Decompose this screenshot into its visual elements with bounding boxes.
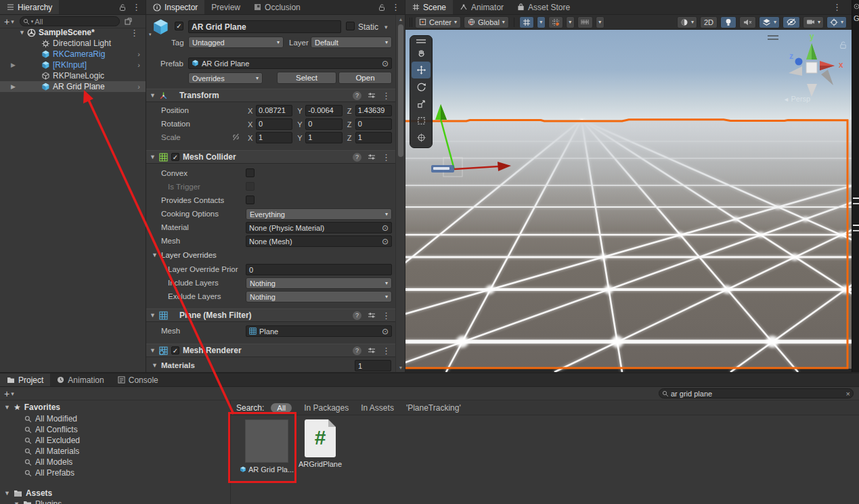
presets-icon[interactable] <box>368 153 376 161</box>
audio-toggle-button[interactable] <box>739 16 756 28</box>
static-checkbox[interactable] <box>346 22 355 30</box>
project-splitter[interactable] <box>230 400 231 504</box>
asset-item-script[interactable]: # ARGridPlane <box>299 419 341 468</box>
tag-dropdown[interactable]: Untagged▾ <box>188 37 284 48</box>
broken-link-icon[interactable] <box>232 133 240 141</box>
gizmo-lock-icon[interactable] <box>839 41 847 49</box>
component-menu-icon[interactable]: ⋮ <box>382 311 391 320</box>
search-filter-caret-icon[interactable]: ▾ <box>31 19 34 24</box>
rotation-y-field[interactable]: 0 <box>305 118 342 130</box>
foldout-arrow-icon[interactable]: ▼ <box>150 348 156 354</box>
component-menu-icon[interactable]: ⋮ <box>382 91 391 100</box>
tab-asset-store[interactable]: Asset Store <box>510 0 577 14</box>
object-picker-icon[interactable]: ⊙ <box>382 237 389 246</box>
prefab-open-arrow-icon[interactable]: › <box>137 83 140 91</box>
favorite-item-all-conflicts[interactable]: All Conflicts <box>24 424 78 435</box>
hierarchy-row-directional-light[interactable]: Directional Light <box>0 38 146 49</box>
presets-icon[interactable] <box>368 311 376 319</box>
shading-mode-button[interactable]: ▾ <box>677 16 697 28</box>
expand-arrow-icon[interactable]: ▼ <box>19 30 25 36</box>
add-object-caret-icon[interactable]: ▾ <box>11 19 14 25</box>
presets-icon[interactable] <box>368 346 376 354</box>
hierarchy-row-rkcamerarig[interactable]: RKCameraRig › <box>0 49 146 60</box>
2d-toggle-button[interactable]: 2D <box>700 16 718 28</box>
position-y-field[interactable]: -0.0064 <box>305 105 342 116</box>
view-tool-button[interactable] <box>412 45 431 62</box>
tab-preview[interactable]: Preview <box>204 0 247 14</box>
favorite-item-all-prefabs[interactable]: All Prefabs <box>24 467 74 478</box>
foldout-arrow-icon[interactable]: ▼ <box>152 363 158 369</box>
scope-in-assets[interactable]: In Assets <box>361 403 394 413</box>
active-checkbox[interactable]: ✓ <box>175 22 183 30</box>
mesh-filter-header[interactable]: ▼ Plane (Mesh Filter) ?⋮ <box>146 308 395 322</box>
transform-tool-button[interactable] <box>412 129 431 146</box>
layer-override-priority-field[interactable]: 0 <box>246 264 392 275</box>
toolbar-handle[interactable] <box>410 18 412 27</box>
position-x-field[interactable]: 0.08721 <box>256 105 292 116</box>
orientation-button[interactable]: Global▾ <box>464 16 509 28</box>
is-trigger-checkbox[interactable] <box>246 182 255 191</box>
rect-tool-button[interactable] <box>412 112 431 129</box>
increment-snap-button[interactable] <box>548 16 563 28</box>
prefab-open-arrow-icon[interactable]: › <box>137 50 140 58</box>
scope-all-pill[interactable]: All <box>271 403 292 413</box>
rotate-tool-button[interactable] <box>412 78 431 95</box>
camera-settings-button[interactable]: ▾ <box>803 16 824 28</box>
mesh-renderer-header[interactable]: ▼ ✓ Mesh Renderer ?⋮ <box>146 344 395 357</box>
lighting-toggle-button[interactable] <box>720 16 736 28</box>
scroll-up-icon[interactable]: ▲ <box>396 17 405 22</box>
gameobject-cube-icon-large[interactable] <box>152 18 170 37</box>
foldout-arrow-icon[interactable]: ▼ <box>150 313 156 319</box>
tab-console[interactable]: Console <box>111 373 165 386</box>
asset-item-prefab[interactable]: AR Grid Pla... <box>237 419 296 474</box>
overrides-dropdown[interactable]: Overrides▾ <box>188 72 263 84</box>
snap-settings-button[interactable] <box>577 16 593 28</box>
mesh-field[interactable]: Plane ⊙ <box>246 325 392 337</box>
add-object-button[interactable]: + <box>4 16 9 27</box>
favorite-item-all-excluded[interactable]: All Excluded <box>24 435 80 446</box>
grid-snap-button[interactable] <box>519 16 534 28</box>
position-z-field[interactable]: 1.43639 <box>355 105 392 116</box>
prefab-open-arrow-icon[interactable]: › <box>137 61 140 69</box>
exclude-layers-dropdown[interactable]: Nothing▾ <box>246 291 392 302</box>
material-field[interactable]: None (Physic Material)⊙ <box>246 222 392 233</box>
open-button[interactable]: Open <box>338 72 392 84</box>
prefab-field[interactable]: AR Grid Plane ⊙ <box>188 58 392 69</box>
expand-arrow-icon[interactable]: ▼ <box>4 405 10 411</box>
component-menu-icon[interactable]: ⋮ <box>382 346 391 355</box>
favorite-item-all-models[interactable]: All Models <box>24 457 72 467</box>
tab-occlusion[interactable]: Occlusion <box>247 0 307 14</box>
foldout-arrow-icon[interactable]: ▼ <box>150 154 156 160</box>
tab-scene[interactable]: Scene <box>405 0 453 14</box>
snap-settings-caret[interactable]: ▾ <box>596 16 604 28</box>
help-icon[interactable]: ? <box>353 346 361 355</box>
inspector-menu-icon[interactable]: ⋮ <box>391 3 400 12</box>
help-icon[interactable]: ? <box>353 91 361 100</box>
increment-snap-caret[interactable]: ▾ <box>566 16 575 28</box>
object-picker-icon[interactable]: ⊙ <box>382 327 389 336</box>
scene-menu-icon[interactable]: ⋮ <box>833 3 841 12</box>
tab-hierarchy[interactable]: Hierarchy <box>0 0 59 14</box>
add-asset-button[interactable]: + <box>4 388 9 399</box>
component-enabled-checkbox[interactable]: ✓ <box>171 346 179 354</box>
scale-x-field[interactable]: 1 <box>256 132 292 143</box>
transform-header[interactable]: ▼ Transform ?⋮ <box>146 89 395 102</box>
tab-project[interactable]: Project <box>0 373 50 386</box>
object-picker-icon[interactable]: ⊙ <box>382 224 389 232</box>
rotation-z-field[interactable]: 0 <box>355 118 392 130</box>
expand-arrow-icon[interactable]: ▼ <box>4 490 10 497</box>
hierarchy-search-input[interactable]: ▾ All <box>20 16 120 26</box>
effects-toggle-button[interactable]: ▾ <box>759 16 780 28</box>
move-tool-button[interactable] <box>412 62 431 78</box>
select-button[interactable]: Select <box>277 72 336 84</box>
hierarchy-row-scene[interactable]: ▼ SampleScene* ⋮ <box>0 27 146 38</box>
expand-arrow-icon[interactable]: ▶ <box>11 84 16 90</box>
scale-tool-button[interactable] <box>412 95 431 112</box>
mesh-collider-header[interactable]: ▼ ✓ Mesh Collider ?⋮ <box>146 150 395 164</box>
lock-icon[interactable] <box>118 3 127 12</box>
pivot-mode-button[interactable]: Center▾ <box>415 16 461 28</box>
materials-count-field[interactable]: 1 <box>355 360 391 371</box>
favorites-root[interactable]: ▼ ★ Favorites <box>4 402 60 413</box>
assets-root[interactable]: ▼ Assets <box>4 488 52 499</box>
object-picker-icon[interactable]: ⊙ <box>382 60 389 68</box>
